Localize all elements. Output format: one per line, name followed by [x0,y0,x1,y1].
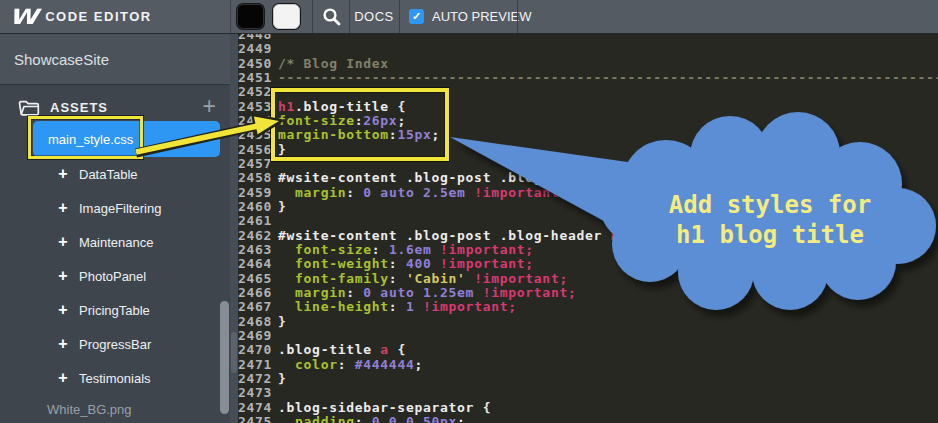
expand-plus-icon[interactable]: + [57,301,69,319]
expand-plus-icon[interactable]: + [57,267,69,285]
sidebar-item-datatable[interactable]: +DataTable [0,157,230,191]
code-line[interactable]: 2475 padding: 0 0 0 50px; [238,415,938,423]
code-line[interactable]: 2470.blog-title a { [238,343,938,357]
code-text: } [278,200,287,214]
sidebar: ShowcaseSite ASSETS + main_style.css +Da… [0,34,230,423]
code-line[interactable]: 2471 color: #444444; [238,358,938,372]
checkbox-checked-icon[interactable]: ✓ [409,9,424,24]
code-line[interactable]: 2450/* Blog Index [238,57,938,71]
search-button[interactable] [313,0,349,33]
code-text: ----------------------------------------… [278,71,938,85]
code-line[interactable]: 2469 [238,329,938,343]
code-line[interactable]: 2460} [238,200,938,214]
asset-tree: +DataTable+ImageFiltering+Maintenance+Ph… [0,157,230,395]
code-text: #wsite-content .blog-post .blog-header { [278,171,619,185]
line-number: 2451 [238,71,272,85]
line-number: 2469 [238,329,272,343]
line-number: 2449 [238,42,272,56]
dark-theme-swatch-button[interactable] [237,4,264,29]
code-text: font-weight: 400 !important; [278,257,534,271]
folder-icon [18,99,40,116]
line-number: 2473 [238,386,272,400]
sidebar-scrollbar[interactable] [220,301,229,414]
code-text: /* Blog Index [278,57,389,71]
highlight-box-file [28,116,143,159]
code-line[interactable]: 2451------------------------------------… [238,71,938,85]
line-number: 2475 [238,415,272,423]
folder-label: PricingTable [79,303,150,318]
expand-plus-icon[interactable]: + [57,369,69,387]
code-text: color: #444444; [278,358,423,372]
folder-label: Testimonials [79,371,151,386]
code-line[interactable]: 2467 line-height: 1 !important; [238,300,938,314]
folder-label: DataTable [79,167,138,182]
expand-plus-icon[interactable]: + [57,165,69,183]
line-number: 2470 [238,343,272,357]
folder-label: ImageFiltering [79,201,161,216]
code-text: } [278,372,287,386]
line-number: 2459 [238,186,272,200]
code-line[interactable]: 2464 font-weight: 400 !important; [238,257,938,271]
code-text: margin: 0 auto 1.25em !important; [278,286,576,300]
line-number: 2455 [238,128,272,142]
site-name: ShowcaseSite [14,51,109,68]
add-asset-button[interactable]: + [203,90,216,124]
code-line[interactable]: 2448 [238,34,938,42]
code-line[interactable]: 2459 margin: 0 auto 2.5em !important; [238,186,938,200]
auto-preview-toggle[interactable]: ✓ AUTO PREVIEW [399,0,517,33]
folder-label: Maintenance [79,235,153,250]
brand: W CODE EDITOR [12,0,152,33]
folder-label: ProgressBar [79,337,151,352]
line-number: 2463 [238,243,272,257]
code-line[interactable]: 2463 font-size: 1.6em !important; [238,243,938,257]
code-line[interactable]: 2461 [238,214,938,228]
sidebar-item-white-bg-png[interactable]: White_BG.png [0,395,230,423]
code-line[interactable]: 2466 margin: 0 auto 1.25em !important; [238,286,938,300]
line-number: 2454 [238,114,272,128]
line-number: 2458 [238,171,272,185]
expand-plus-icon[interactable]: + [57,233,69,251]
sidebar-item-photopanel[interactable]: +PhotoPanel [0,259,230,293]
sidebar-item-imagefiltering[interactable]: +ImageFiltering [0,191,230,225]
code-text: font-size: 1.6em !important; [278,243,534,257]
sidebar-item-pricingtable[interactable]: +PricingTable [0,293,230,327]
plain-file-label: White_BG.png [47,402,132,417]
code-line[interactable]: 2473 [238,386,938,400]
toolbar: W CODE EDITOR DOCS ✓ AUTO PREVIEW [0,0,938,34]
code-editor-window: W CODE EDITOR DOCS ✓ AUTO PREVIEW Showca… [0,0,938,423]
light-theme-swatch-button[interactable] [273,4,300,29]
line-number: 2466 [238,286,272,300]
expand-plus-icon[interactable]: + [57,199,69,217]
sidebar-item-testimonials[interactable]: +Testimonials [0,361,230,395]
expand-plus-icon[interactable]: + [57,335,69,353]
line-number: 2465 [238,272,272,286]
code-text: line-height: 1 !important; [278,300,517,314]
line-number: 2474 [238,401,272,415]
sidebar-item-progressbar[interactable]: +ProgressBar [0,327,230,361]
site-name-row[interactable]: ShowcaseSite [0,34,230,85]
line-number: 2460 [238,200,272,214]
code-text: #wsite-content .blog-post .blog-header h… [278,229,645,243]
app-title: CODE EDITOR [45,9,152,24]
code-line[interactable]: 2472} [238,372,938,386]
code-line[interactable]: 2465 font-family: 'Cabin' !important; [238,272,938,286]
sidebar-item-maintenance[interactable]: +Maintenance [0,225,230,259]
editor-scrollbar-thumb[interactable] [231,332,237,373]
code-text: margin: 0 auto 2.5em !important; [278,186,568,200]
code-line[interactable]: 2474.blog-sidebar-separator { [238,401,938,415]
code-line[interactable]: 2458#wsite-content .blog-post .blog-head… [238,171,938,185]
docs-button[interactable]: DOCS [349,0,399,33]
line-number: 2452 [238,85,272,99]
line-number: 2464 [238,257,272,271]
line-number: 2467 [238,300,272,314]
assets-label: ASSETS [50,100,108,115]
code-text: .blog-title a { [278,343,406,357]
folder-label: PhotoPanel [79,269,146,284]
code-line[interactable]: 2468} [238,315,938,329]
code-line[interactable]: 2462#wsite-content .blog-post .blog-head… [238,229,938,243]
code-text: .blog-sidebar-separator { [278,401,491,415]
code-line[interactable]: 2449 [238,42,938,56]
toolbar-divider [517,0,518,33]
toolbar-divider [230,0,231,33]
line-number: 2462 [238,229,272,243]
